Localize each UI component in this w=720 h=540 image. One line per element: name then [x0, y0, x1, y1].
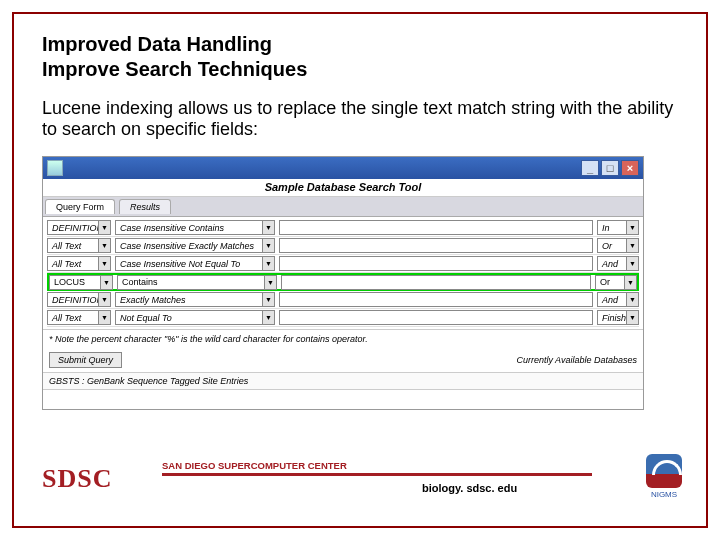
query-row: All Text▼ Case Insensitive Not Equal To▼…: [47, 255, 639, 273]
value-input[interactable]: [279, 310, 593, 325]
operator-dropdown[interactable]: Case Insensitive Contains▼: [115, 220, 275, 235]
field-dropdown[interactable]: LOCUS▼: [49, 275, 113, 290]
connector-dropdown[interactable]: Finished▼: [597, 310, 639, 325]
query-row: DEFINITION▼ Case Insensitive Contains▼ I…: [47, 219, 639, 237]
minimize-button[interactable]: _: [581, 160, 599, 176]
submit-query-button[interactable]: Submit Query: [49, 352, 122, 368]
chevron-down-icon: ▼: [626, 257, 638, 270]
operator-dropdown[interactable]: Case Insensitive Not Equal To▼: [115, 256, 275, 271]
chevron-down-icon: ▼: [262, 311, 274, 324]
slide-description: Lucene indexing allows us to replace the…: [42, 98, 678, 140]
chevron-down-icon: ▼: [262, 239, 274, 252]
connector-dropdown[interactable]: And▼: [597, 256, 639, 271]
submit-row: Submit Query Currently Available Databas…: [43, 348, 643, 372]
title-line-2: Improve Search Techniques: [42, 58, 307, 80]
database-list-entry: GBSTS : GenBank Sequence Tagged Site Ent…: [43, 372, 643, 390]
query-form: DEFINITION▼ Case Insensitive Contains▼ I…: [43, 217, 643, 329]
connector-dropdown[interactable]: In▼: [597, 220, 639, 235]
maximize-button[interactable]: □: [601, 160, 619, 176]
connector-dropdown[interactable]: Or▼: [597, 238, 639, 253]
chevron-down-icon: ▼: [98, 239, 110, 252]
slide-title: Improved Data Handling Improve Search Te…: [42, 32, 678, 82]
value-input[interactable]: [281, 275, 591, 290]
title-line-1: Improved Data Handling: [42, 33, 272, 55]
chevron-down-icon: ▼: [626, 311, 638, 324]
chevron-down-icon: ▼: [626, 239, 638, 252]
connector-dropdown[interactable]: Or▼: [595, 275, 637, 290]
chevron-down-icon: ▼: [264, 276, 276, 289]
value-input[interactable]: [279, 220, 593, 235]
query-row-highlighted: LOCUS▼ Contains▼ Or▼: [47, 273, 639, 291]
available-databases-label: Currently Available Databases: [516, 355, 637, 365]
operator-dropdown[interactable]: Contains▼: [117, 275, 277, 290]
field-dropdown[interactable]: DEFINITION▼: [47, 292, 111, 307]
footer-url: biology. sdsc. edu: [422, 482, 517, 494]
value-input[interactable]: [279, 238, 593, 253]
field-dropdown[interactable]: All Text▼: [47, 310, 111, 325]
query-row: All Text▼ Case Insensitive Exactly Match…: [47, 237, 639, 255]
value-input[interactable]: [279, 256, 593, 271]
app-screenshot: _ □ × Sample Database Search Tool Query …: [42, 156, 644, 410]
operator-dropdown[interactable]: Exactly Matches▼: [115, 292, 275, 307]
wildcard-note: * Note the percent character "%" is the …: [43, 329, 643, 348]
chevron-down-icon: ▼: [98, 293, 110, 306]
chevron-down-icon: ▼: [626, 293, 638, 306]
org-name: SAN DIEGO SUPERCOMPUTER CENTER: [162, 460, 592, 476]
operator-dropdown[interactable]: Case Insensitive Exactly Matches▼: [115, 238, 275, 253]
nigms-block: NIGMS: [646, 454, 682, 499]
chevron-down-icon: ▼: [262, 221, 274, 234]
chevron-down-icon: ▼: [262, 257, 274, 270]
sdsc-logo: SDSC: [42, 464, 112, 494]
chevron-down-icon: ▼: [100, 276, 112, 289]
app-icon: [47, 160, 63, 176]
tab-query-form[interactable]: Query Form: [45, 199, 115, 214]
chevron-down-icon: ▼: [624, 276, 636, 289]
tab-row: Query Form Results: [43, 197, 643, 217]
nigms-label: NIGMS: [646, 490, 682, 499]
close-button[interactable]: ×: [621, 160, 639, 176]
query-row: All Text▼ Not Equal To▼ Finished▼: [47, 309, 639, 327]
chevron-down-icon: ▼: [98, 311, 110, 324]
nigms-logo-icon: [646, 454, 682, 488]
operator-dropdown[interactable]: Not Equal To▼: [115, 310, 275, 325]
chevron-down-icon: ▼: [262, 293, 274, 306]
chevron-down-icon: ▼: [98, 257, 110, 270]
app-title: Sample Database Search Tool: [43, 179, 643, 197]
connector-dropdown[interactable]: And▼: [597, 292, 639, 307]
field-dropdown[interactable]: DEFINITION▼: [47, 220, 111, 235]
chevron-down-icon: ▼: [98, 221, 110, 234]
value-input[interactable]: [279, 292, 593, 307]
slide-footer: SDSC SAN DIEGO SUPERCOMPUTER CENTER biol…: [42, 456, 678, 506]
field-dropdown[interactable]: All Text▼: [47, 238, 111, 253]
field-dropdown[interactable]: All Text▼: [47, 256, 111, 271]
chevron-down-icon: ▼: [626, 221, 638, 234]
tab-results[interactable]: Results: [119, 199, 171, 214]
window-titlebar: _ □ ×: [43, 157, 643, 179]
query-row: DEFINITION▼ Exactly Matches▼ And▼: [47, 291, 639, 309]
